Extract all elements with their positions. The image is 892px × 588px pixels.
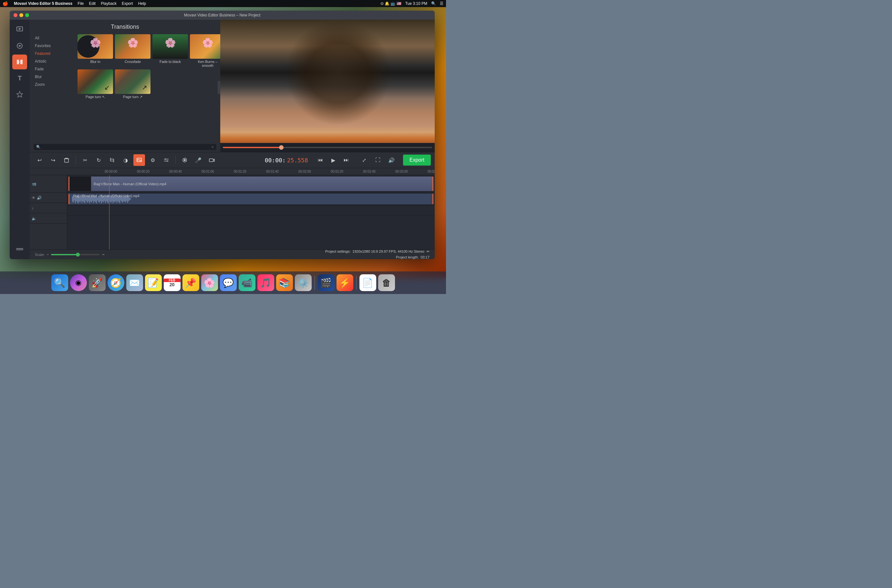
audio-waveform[interactable]: Rag'n'Bone Man - Human (Official Video).… bbox=[68, 194, 433, 204]
cat-zoom[interactable]: Zoom bbox=[30, 81, 75, 88]
scale-thumb[interactable] bbox=[76, 253, 80, 256]
minimize-button[interactable] bbox=[20, 13, 23, 17]
delete-button[interactable] bbox=[61, 154, 72, 166]
color-button[interactable]: ◑ bbox=[120, 154, 131, 166]
dock-topnotch[interactable]: ⚡ bbox=[337, 274, 353, 291]
edit-settings-icon[interactable]: ✏ bbox=[427, 249, 430, 254]
close-button[interactable] bbox=[14, 13, 17, 17]
flower-deco-2: 🌸 bbox=[127, 38, 138, 48]
flower-deco-1: 🌸 bbox=[90, 38, 101, 48]
transition-thumb-crossfade: 🌸 bbox=[115, 34, 150, 59]
cat-artistic[interactable]: Artistic bbox=[30, 57, 75, 65]
transition-page-turn-1[interactable]: ↙ Page turn ↖ bbox=[78, 69, 113, 99]
sidebar-btn-tracks[interactable] bbox=[12, 242, 27, 256]
cat-featured[interactable]: Featured bbox=[30, 50, 75, 57]
skip-forward-button[interactable]: ⏭ bbox=[341, 155, 351, 165]
transition-ken-burns[interactable]: 🌸 Ken Burns –smooth bbox=[190, 34, 220, 68]
sidebar-btn-titles[interactable]: T bbox=[12, 70, 27, 86]
collapse-panel-button[interactable]: ‹ bbox=[218, 81, 220, 94]
search-icon[interactable]: 🔍 bbox=[431, 1, 436, 6]
undo-button[interactable]: ↩ bbox=[34, 154, 45, 166]
scale-track[interactable] bbox=[51, 254, 99, 255]
mic-button[interactable]: 🎤 bbox=[193, 154, 204, 166]
dock-photos[interactable]: 🌸 bbox=[201, 274, 218, 291]
volume-button[interactable]: 🔊 bbox=[386, 154, 397, 166]
cat-all[interactable]: All bbox=[30, 34, 75, 42]
sidebar-btn-stickers[interactable] bbox=[12, 87, 27, 102]
svg-rect-7 bbox=[65, 159, 68, 162]
voiceover-icon[interactable]: 🔈 bbox=[32, 216, 36, 221]
sidebar-btn-transitions[interactable] bbox=[12, 54, 27, 69]
dock-books[interactable]: 📚 bbox=[276, 274, 293, 291]
audio-icon[interactable]: 🔊 bbox=[37, 196, 42, 200]
cut-button[interactable]: ✂ bbox=[79, 154, 91, 166]
transition-crossfade[interactable]: 🌸 Crossfade bbox=[115, 34, 150, 68]
menu-export[interactable]: Export bbox=[122, 1, 133, 6]
music-icon[interactable]: ♪ bbox=[32, 206, 34, 210]
cat-favorites[interactable]: Favorites bbox=[30, 42, 75, 50]
video-track-icon: 📹 bbox=[32, 182, 36, 186]
crop-button[interactable] bbox=[106, 154, 118, 166]
toolbar: ↩ ↪ ✂ ↻ ◑ ⚙ bbox=[30, 152, 435, 168]
search-icon: 🔍 bbox=[36, 145, 41, 149]
progress-bar[interactable] bbox=[220, 143, 435, 152]
dock-trash[interactable]: 🗑 bbox=[378, 274, 395, 291]
redo-button[interactable]: ↪ bbox=[47, 154, 59, 166]
transition-page-turn-2[interactable]: ↗ Page turn ↗ bbox=[115, 69, 150, 99]
app-name[interactable]: Movavi Video Editor 5 Business bbox=[14, 1, 72, 6]
toolbar-divider-2 bbox=[175, 156, 176, 165]
project-length-label: Project length: bbox=[396, 255, 418, 259]
main-layout: T Transitions All Fav bbox=[10, 20, 435, 259]
export-button[interactable]: Export bbox=[403, 154, 431, 165]
dock-messages-app[interactable]: 💬 bbox=[220, 274, 237, 291]
apple-menu[interactable]: 🍎 bbox=[3, 1, 8, 6]
dock-safari[interactable]: 🧭 bbox=[108, 274, 124, 291]
filter-settings-button[interactable]: ⚙ bbox=[147, 154, 159, 166]
fullscreen-button[interactable]: ⛶ bbox=[372, 154, 384, 166]
dock-launchpad[interactable]: 🚀 bbox=[89, 274, 105, 291]
dock-movavi[interactable]: 🎬 bbox=[318, 274, 335, 291]
sidebar-btn-media[interactable] bbox=[12, 22, 27, 37]
scale-zoom-out-icon[interactable]: ▪ bbox=[48, 253, 49, 256]
menu-edit[interactable]: Edit bbox=[89, 1, 96, 6]
cat-blur[interactable]: Blur bbox=[30, 73, 75, 81]
play-button[interactable]: ▶ bbox=[328, 155, 338, 165]
cat-fade[interactable]: Fade bbox=[30, 65, 75, 73]
sidebar-btn-effects[interactable] bbox=[12, 38, 27, 53]
movavi-icon: 🎬 bbox=[320, 278, 332, 288]
dock-music[interactable]: 🎵 bbox=[257, 274, 274, 291]
dock-calendar[interactable]: FEB 20 bbox=[164, 274, 181, 291]
scale-zoom-in-icon[interactable]: ▪▪ bbox=[102, 253, 104, 256]
dock-finder[interactable]: 🔍 bbox=[51, 274, 68, 291]
maximize-button[interactable] bbox=[25, 13, 29, 17]
dock-system-preferences[interactable]: ⚙️ bbox=[295, 274, 311, 291]
transition-blur-in[interactable]: 🌸 Blur in bbox=[78, 34, 113, 68]
menu-help[interactable]: Help bbox=[138, 1, 146, 6]
progress-thumb[interactable] bbox=[279, 145, 284, 150]
camera-button[interactable] bbox=[206, 154, 218, 166]
transition-fade-black[interactable]: 🌸 Fade to black bbox=[152, 34, 188, 68]
levels-button[interactable] bbox=[161, 154, 172, 166]
progress-track[interactable] bbox=[223, 147, 432, 148]
dock-siri[interactable]: ◉ bbox=[70, 274, 87, 291]
skip-back-button[interactable]: ⏮ bbox=[315, 155, 325, 165]
video-track: Rag'n'Bone Man - Human (Official Video).… bbox=[67, 175, 435, 193]
ruler-marks: 00:00:00 00:00:20 00:00:40 00:01:00 00:0… bbox=[67, 170, 435, 173]
eye-icon[interactable]: 👁 bbox=[32, 196, 36, 200]
dock-notes[interactable]: 📝 bbox=[145, 274, 162, 291]
dock-documents[interactable]: 📄 bbox=[360, 274, 376, 291]
record-button[interactable] bbox=[179, 154, 191, 166]
search-input[interactable] bbox=[42, 145, 211, 149]
export-screen-button[interactable]: ⤢ bbox=[358, 154, 370, 166]
menu-file[interactable]: File bbox=[78, 1, 84, 6]
dock-mail[interactable]: ✉️ bbox=[126, 274, 143, 291]
image-button[interactable] bbox=[133, 154, 145, 166]
search-clear-button[interactable]: ✕ bbox=[211, 145, 214, 149]
menu-bars-icon[interactable]: ☰ bbox=[440, 1, 444, 6]
dock-stickies[interactable]: 📌 bbox=[182, 274, 199, 291]
transitions-grid: 🌸 Blur in 🌸 Crossfade bbox=[78, 34, 218, 99]
video-clip[interactable]: Rag'n'Bone Man - Human (Official Video).… bbox=[68, 177, 433, 191]
menu-playback[interactable]: Playback bbox=[101, 1, 117, 6]
dock-facetime[interactable]: 📹 bbox=[239, 274, 256, 291]
rotate-button[interactable]: ↻ bbox=[93, 154, 104, 166]
